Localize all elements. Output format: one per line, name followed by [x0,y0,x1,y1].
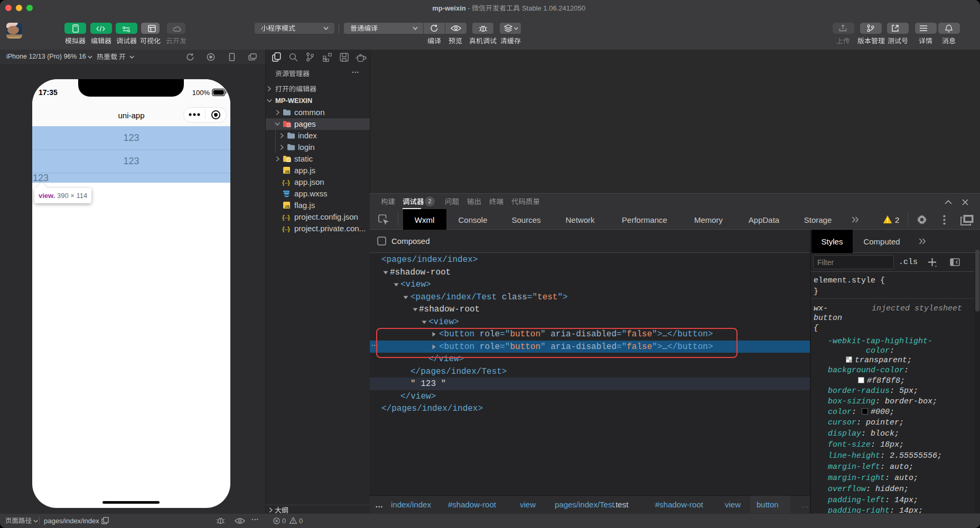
svg-text:JS: JS [285,169,290,174]
svg-text:}: } [287,213,290,221]
svg-text:JS: JS [285,204,290,209]
svg-text:{: { [282,225,285,232]
svg-text:}: } [287,178,290,186]
svg-text:{: { [282,213,285,221]
svg-text:}: } [287,225,290,232]
svg-text:{: { [282,178,285,186]
